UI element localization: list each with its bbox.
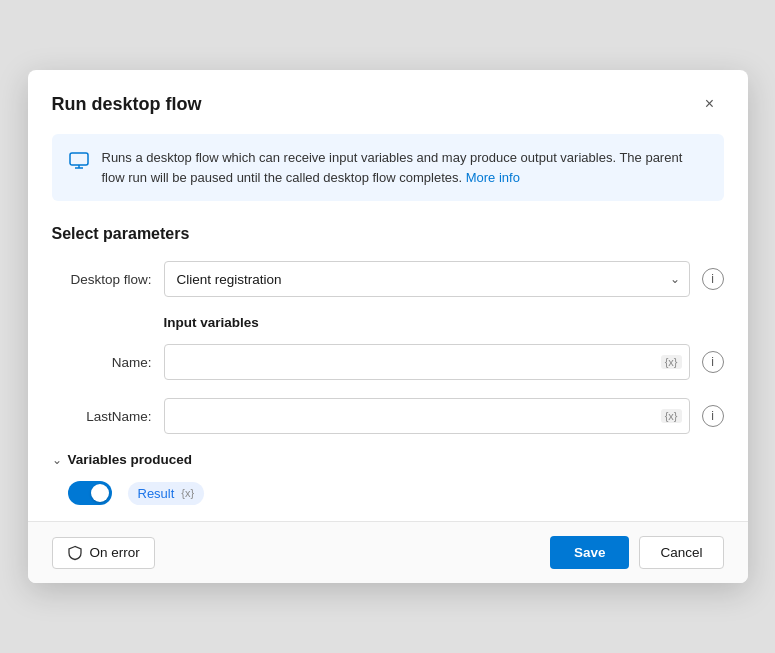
svg-rect-0 bbox=[70, 153, 88, 165]
footer-right: Save Cancel bbox=[550, 536, 724, 569]
variables-produced-header[interactable]: ⌄ Variables produced bbox=[52, 452, 724, 467]
monitor-icon bbox=[68, 150, 90, 176]
run-desktop-flow-dialog: Run desktop flow × Runs a desktop flow w… bbox=[28, 70, 748, 583]
lastname-row: LastName: {x} i bbox=[52, 398, 724, 434]
result-label: Result bbox=[138, 486, 175, 501]
result-x-badge: {x} bbox=[181, 487, 194, 499]
lastname-info-icon[interactable]: i bbox=[702, 405, 724, 427]
name-input-wrapper: {x} bbox=[164, 344, 690, 380]
desktop-flow-label: Desktop flow: bbox=[52, 272, 152, 287]
input-variables-label: Input variables bbox=[164, 315, 724, 330]
close-button[interactable]: × bbox=[696, 90, 724, 118]
dialog-title: Run desktop flow bbox=[52, 94, 202, 115]
on-error-label: On error bbox=[90, 545, 140, 560]
lastname-input-wrapper: {x} bbox=[164, 398, 690, 434]
on-error-button[interactable]: On error bbox=[52, 537, 155, 569]
more-info-link[interactable]: More info bbox=[466, 170, 520, 185]
desktop-flow-row: Desktop flow: Client registration ⌄ i bbox=[52, 261, 724, 297]
info-banner-text: Runs a desktop flow which can receive in… bbox=[102, 148, 708, 187]
name-label: Name: bbox=[52, 355, 152, 370]
name-info-icon[interactable]: i bbox=[702, 351, 724, 373]
lastname-input[interactable] bbox=[164, 398, 690, 434]
toggle-thumb bbox=[91, 484, 109, 502]
desktop-flow-info-icon[interactable]: i bbox=[702, 268, 724, 290]
variables-produced-content: Result {x} bbox=[68, 481, 724, 505]
dialog-body: Select parameters Desktop flow: Client r… bbox=[28, 217, 748, 521]
save-button[interactable]: Save bbox=[550, 536, 630, 569]
info-banner: Runs a desktop flow which can receive in… bbox=[52, 134, 724, 201]
shield-icon bbox=[67, 545, 83, 561]
variables-toggle[interactable] bbox=[68, 481, 112, 505]
dialog-footer: On error Save Cancel bbox=[28, 521, 748, 583]
cancel-button[interactable]: Cancel bbox=[639, 536, 723, 569]
variables-produced-title: Variables produced bbox=[68, 452, 193, 467]
chevron-collapse-icon: ⌄ bbox=[52, 453, 62, 467]
section-title: Select parameters bbox=[52, 225, 724, 243]
name-row: Name: {x} i bbox=[52, 344, 724, 380]
name-input[interactable] bbox=[164, 344, 690, 380]
variables-produced-section: ⌄ Variables produced Result {x} bbox=[52, 452, 724, 505]
desktop-flow-select[interactable]: Client registration bbox=[164, 261, 690, 297]
dialog-header: Run desktop flow × bbox=[28, 70, 748, 134]
lastname-label: LastName: bbox=[52, 409, 152, 424]
result-badge: Result {x} bbox=[128, 482, 205, 505]
desktop-flow-select-wrapper: Client registration ⌄ bbox=[164, 261, 690, 297]
